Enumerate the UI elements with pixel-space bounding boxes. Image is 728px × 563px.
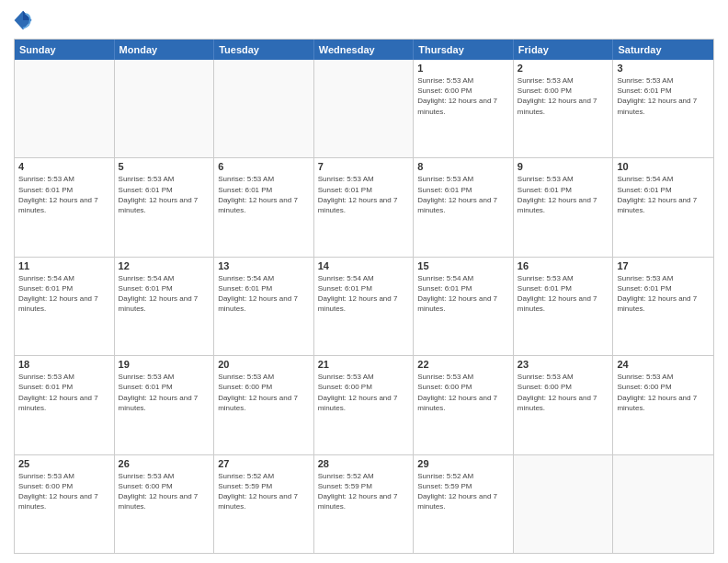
day-cell-26: 26Sunrise: 5:53 AMSunset: 6:00 PMDayligh… — [115, 455, 215, 553]
day-info-14: Sunrise: 5:54 AMSunset: 6:01 PMDaylight:… — [318, 273, 410, 315]
day-number-17: 17 — [617, 260, 710, 271]
day-info-10: Sunrise: 5:54 AMSunset: 6:01 PMDaylight:… — [617, 174, 710, 215]
header-cell-wednesday: Wednesday — [314, 40, 415, 60]
day-number-16: 16 — [518, 260, 609, 271]
day-number-24: 24 — [617, 359, 710, 370]
day-number-9: 9 — [518, 161, 609, 172]
day-number-6: 6 — [218, 161, 310, 172]
day-info-11: Sunrise: 5:54 AMSunset: 6:01 PMDaylight:… — [18, 273, 110, 315]
day-number-28: 28 — [318, 458, 410, 469]
day-cell-10: 10Sunrise: 5:54 AMSunset: 6:01 PMDayligh… — [613, 158, 713, 256]
empty-cell-0-3 — [314, 60, 415, 157]
empty-cell-4-6 — [613, 455, 713, 553]
calendar-row-4: 18Sunrise: 5:53 AMSunset: 6:01 PMDayligh… — [15, 356, 713, 454]
day-info-9: Sunrise: 5:53 AMSunset: 6:01 PMDaylight:… — [518, 174, 609, 215]
day-info-1: Sunrise: 5:53 AMSunset: 6:00 PMDaylight:… — [417, 75, 509, 117]
day-number-12: 12 — [119, 260, 210, 271]
day-number-1: 1 — [417, 63, 509, 74]
day-info-4: Sunrise: 5:53 AMSunset: 6:01 PMDaylight:… — [18, 174, 110, 215]
day-cell-24: 24Sunrise: 5:53 AMSunset: 6:00 PMDayligh… — [613, 356, 713, 454]
day-info-5: Sunrise: 5:53 AMSunset: 6:01 PMDaylight:… — [119, 174, 210, 215]
day-cell-14: 14Sunrise: 5:54 AMSunset: 6:01 PMDayligh… — [314, 258, 415, 355]
day-cell-28: 28Sunrise: 5:52 AMSunset: 5:59 PMDayligh… — [314, 455, 415, 553]
day-number-20: 20 — [218, 359, 310, 370]
day-number-27: 27 — [218, 458, 310, 469]
day-cell-27: 27Sunrise: 5:52 AMSunset: 5:59 PMDayligh… — [214, 455, 314, 553]
day-cell-8: 8Sunrise: 5:53 AMSunset: 6:01 PMDaylight… — [414, 158, 514, 256]
day-cell-29: 29Sunrise: 5:52 AMSunset: 5:59 PMDayligh… — [414, 455, 514, 553]
day-cell-7: 7Sunrise: 5:53 AMSunset: 6:01 PMDaylight… — [314, 158, 415, 256]
day-number-3: 3 — [617, 63, 710, 74]
day-number-4: 4 — [18, 161, 110, 172]
day-cell-13: 13Sunrise: 5:54 AMSunset: 6:01 PMDayligh… — [214, 258, 314, 355]
header-cell-thursday: Thursday — [414, 40, 514, 60]
day-number-15: 15 — [417, 260, 509, 271]
day-cell-18: 18Sunrise: 5:53 AMSunset: 6:01 PMDayligh… — [15, 356, 115, 454]
day-cell-6: 6Sunrise: 5:53 AMSunset: 6:01 PMDaylight… — [214, 158, 314, 256]
day-info-22: Sunrise: 5:53 AMSunset: 6:00 PMDaylight:… — [417, 372, 509, 413]
day-number-11: 11 — [18, 260, 110, 271]
day-number-18: 18 — [18, 359, 110, 370]
day-number-23: 23 — [518, 359, 609, 370]
day-number-14: 14 — [318, 260, 410, 271]
calendar-row-5: 25Sunrise: 5:53 AMSunset: 6:00 PMDayligh… — [15, 455, 713, 553]
header-cell-monday: Monday — [115, 40, 215, 60]
day-cell-22: 22Sunrise: 5:53 AMSunset: 6:00 PMDayligh… — [414, 356, 514, 454]
day-cell-23: 23Sunrise: 5:53 AMSunset: 6:00 PMDayligh… — [514, 356, 614, 454]
day-number-26: 26 — [119, 458, 210, 469]
day-info-26: Sunrise: 5:53 AMSunset: 6:00 PMDaylight:… — [119, 471, 210, 512]
day-info-25: Sunrise: 5:53 AMSunset: 6:00 PMDaylight:… — [18, 471, 110, 512]
calendar-row-2: 4Sunrise: 5:53 AMSunset: 6:01 PMDaylight… — [15, 158, 713, 257]
day-info-16: Sunrise: 5:53 AMSunset: 6:01 PMDaylight:… — [518, 273, 609, 315]
day-info-13: Sunrise: 5:54 AMSunset: 6:01 PMDaylight:… — [218, 273, 310, 315]
day-info-8: Sunrise: 5:53 AMSunset: 6:01 PMDaylight:… — [417, 174, 509, 215]
day-info-3: Sunrise: 5:53 AMSunset: 6:01 PMDaylight:… — [617, 75, 710, 117]
day-cell-9: 9Sunrise: 5:53 AMSunset: 6:01 PMDaylight… — [514, 158, 614, 256]
day-info-6: Sunrise: 5:53 AMSunset: 6:01 PMDaylight:… — [218, 174, 310, 215]
day-info-27: Sunrise: 5:52 AMSunset: 5:59 PMDaylight:… — [218, 471, 310, 512]
day-cell-19: 19Sunrise: 5:53 AMSunset: 6:01 PMDayligh… — [115, 356, 215, 454]
day-info-15: Sunrise: 5:54 AMSunset: 6:01 PMDaylight:… — [417, 273, 509, 315]
calendar-body: 1Sunrise: 5:53 AMSunset: 6:00 PMDaylight… — [15, 60, 713, 553]
day-info-23: Sunrise: 5:53 AMSunset: 6:00 PMDaylight:… — [518, 372, 609, 413]
day-number-29: 29 — [417, 458, 509, 469]
day-cell-11: 11Sunrise: 5:54 AMSunset: 6:01 PMDayligh… — [15, 258, 115, 355]
day-number-13: 13 — [218, 260, 310, 271]
day-number-19: 19 — [119, 359, 210, 370]
page: SundayMondayTuesdayWednesdayThursdayFrid… — [0, 0, 728, 563]
day-number-10: 10 — [617, 161, 710, 172]
day-info-28: Sunrise: 5:52 AMSunset: 5:59 PMDaylight:… — [318, 471, 410, 512]
day-cell-2: 2Sunrise: 5:53 AMSunset: 6:00 PMDaylight… — [514, 60, 614, 157]
day-info-2: Sunrise: 5:53 AMSunset: 6:00 PMDaylight:… — [518, 75, 609, 117]
day-number-5: 5 — [119, 161, 210, 172]
day-info-12: Sunrise: 5:54 AMSunset: 6:01 PMDaylight:… — [119, 273, 210, 315]
header-cell-tuesday: Tuesday — [214, 40, 314, 60]
day-cell-25: 25Sunrise: 5:53 AMSunset: 6:00 PMDayligh… — [15, 455, 115, 553]
day-cell-15: 15Sunrise: 5:54 AMSunset: 6:01 PMDayligh… — [414, 258, 514, 355]
day-info-29: Sunrise: 5:52 AMSunset: 5:59 PMDaylight:… — [417, 471, 509, 512]
day-info-18: Sunrise: 5:53 AMSunset: 6:01 PMDaylight:… — [18, 372, 110, 413]
empty-cell-4-5 — [514, 455, 614, 553]
day-cell-20: 20Sunrise: 5:53 AMSunset: 6:00 PMDayligh… — [214, 356, 314, 454]
header — [14, 9, 714, 31]
empty-cell-0-0 — [15, 60, 115, 157]
calendar-row-3: 11Sunrise: 5:54 AMSunset: 6:01 PMDayligh… — [15, 258, 713, 356]
day-number-8: 8 — [417, 161, 509, 172]
day-info-24: Sunrise: 5:53 AMSunset: 6:00 PMDaylight:… — [617, 372, 710, 413]
logo — [14, 9, 36, 31]
empty-cell-0-1 — [115, 60, 215, 157]
day-cell-17: 17Sunrise: 5:53 AMSunset: 6:01 PMDayligh… — [613, 258, 713, 355]
empty-cell-0-2 — [214, 60, 314, 157]
day-number-7: 7 — [318, 161, 410, 172]
day-cell-21: 21Sunrise: 5:53 AMSunset: 6:00 PMDayligh… — [314, 356, 415, 454]
logo-icon — [14, 9, 32, 31]
calendar-row-1: 1Sunrise: 5:53 AMSunset: 6:00 PMDaylight… — [15, 60, 713, 158]
calendar-header: SundayMondayTuesdayWednesdayThursdayFrid… — [15, 40, 713, 60]
day-number-22: 22 — [417, 359, 509, 370]
header-cell-friday: Friday — [514, 40, 614, 60]
day-info-20: Sunrise: 5:53 AMSunset: 6:00 PMDaylight:… — [218, 372, 310, 413]
day-cell-5: 5Sunrise: 5:53 AMSunset: 6:01 PMDaylight… — [115, 158, 215, 256]
header-cell-saturday: Saturday — [613, 40, 713, 60]
day-cell-12: 12Sunrise: 5:54 AMSunset: 6:01 PMDayligh… — [115, 258, 215, 355]
day-info-7: Sunrise: 5:53 AMSunset: 6:01 PMDaylight:… — [318, 174, 410, 215]
